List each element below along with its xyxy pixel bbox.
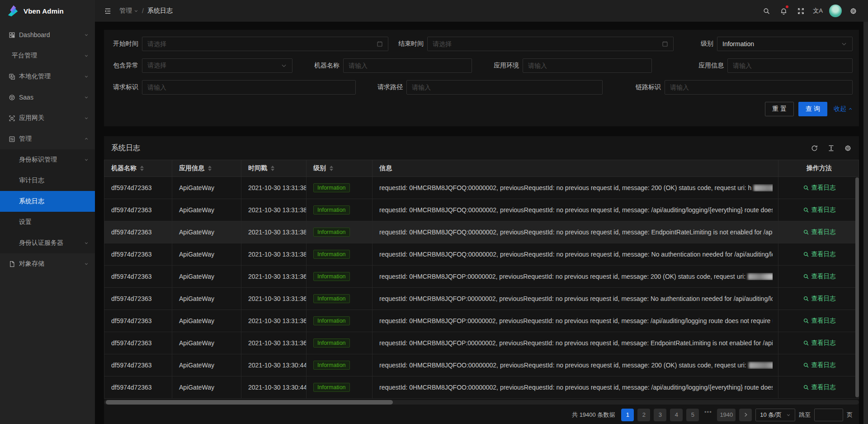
hscroll-track[interactable] xyxy=(104,400,859,405)
table-toolbar xyxy=(811,144,852,152)
page-size-select[interactable]: 10 条/页 xyxy=(755,409,795,421)
app-env-input[interactable] xyxy=(528,62,646,69)
view-log-link[interactable]: 查看日志 xyxy=(803,250,836,258)
trace-id-field[interactable] xyxy=(665,80,853,95)
sort-carets-icon[interactable] xyxy=(330,166,333,171)
page-button-1[interactable]: 1 xyxy=(621,409,634,421)
table-row: df5974d72363ApiGateWay2021-10-30 13:31:3… xyxy=(104,177,859,199)
view-log-link[interactable]: 查看日志 xyxy=(803,295,836,303)
avatar[interactable] xyxy=(829,5,842,17)
start-time-picker[interactable] xyxy=(142,37,388,51)
sidebar-item-storage[interactable]: 对象存储 xyxy=(0,253,95,274)
chevron-down-icon xyxy=(84,33,89,37)
field-label: 应用环境 xyxy=(491,62,519,70)
log-table: 机器名称应用信息时间戳级别信息操作方法 df5974d72363ApiGateW… xyxy=(104,160,859,399)
sidebar-subitem-audit-log[interactable]: 审计日志 xyxy=(0,170,95,191)
app-info-input[interactable] xyxy=(733,62,847,69)
logo[interactable]: Vben Admin xyxy=(0,0,95,22)
sidebar-item-manage[interactable]: 管理 xyxy=(0,129,95,149)
cell-action: 查看日志 xyxy=(778,376,859,399)
column-header-2[interactable]: 应用信息 xyxy=(172,160,241,177)
sort-carets-icon[interactable] xyxy=(208,166,212,171)
view-log-link[interactable]: 查看日志 xyxy=(803,272,836,281)
calendar-icon xyxy=(377,41,383,47)
view-log-link[interactable]: 查看日志 xyxy=(803,317,836,325)
redacted-blur xyxy=(749,362,773,369)
view-log-label: 查看日志 xyxy=(811,272,836,281)
request-path-input[interactable] xyxy=(412,84,597,91)
sort-carets-icon[interactable] xyxy=(140,166,144,171)
level-badge: Information xyxy=(313,183,350,192)
view-log-link[interactable]: 查看日志 xyxy=(803,383,836,391)
search-button[interactable]: 查 询 xyxy=(798,102,827,116)
view-log-link[interactable]: 查看日志 xyxy=(803,228,836,236)
menu-fold-icon[interactable] xyxy=(100,4,115,18)
manage-icon xyxy=(8,135,15,143)
machine-name-input[interactable] xyxy=(349,62,467,69)
sidebar-subitem-system-log[interactable]: 系统日志 xyxy=(0,191,95,212)
view-log-link[interactable]: 查看日志 xyxy=(803,184,836,192)
sidebar-subitem-label: 身份认证服务器 xyxy=(19,239,84,247)
translate-icon[interactable]: 文A xyxy=(809,0,826,22)
log-table-body: df5974d72363ApiGateWay2021-10-30 13:31:3… xyxy=(104,177,859,399)
column-label: 操作方法 xyxy=(807,164,832,172)
horizontal-scrollbar xyxy=(104,400,859,405)
page-button-5[interactable]: 5 xyxy=(686,409,699,421)
reset-button[interactable]: 重 置 xyxy=(765,102,794,116)
app-info-field[interactable] xyxy=(727,58,853,73)
trace-id-input[interactable] xyxy=(670,84,847,91)
vertical-scrollbar[interactable] xyxy=(855,177,859,397)
settings-icon[interactable] xyxy=(844,0,862,22)
request-id-field[interactable] xyxy=(142,80,356,95)
sidebar-item-platform[interactable]: 平台管理 xyxy=(0,45,95,66)
sidebar-item-saas[interactable]: Saas xyxy=(0,87,95,108)
app-env-field[interactable] xyxy=(523,58,652,73)
bell-icon[interactable] xyxy=(775,0,792,22)
hscroll-thumb[interactable] xyxy=(106,400,393,405)
column-settings-icon[interactable] xyxy=(844,144,852,152)
page-button-3[interactable]: 3 xyxy=(654,409,666,421)
column-header-3[interactable]: 时间戳 xyxy=(241,160,307,177)
sidebar-subitem-auth-server[interactable]: 身份认证服务器 xyxy=(0,233,95,253)
include-exception-select[interactable]: 请选择 xyxy=(142,58,292,73)
page-button-4[interactable]: 4 xyxy=(670,409,683,421)
row-height-icon[interactable] xyxy=(827,144,835,152)
level-select[interactable]: Information xyxy=(717,37,853,51)
next-page-button[interactable] xyxy=(739,409,752,421)
view-log-link[interactable]: 查看日志 xyxy=(803,206,836,214)
request-id-input[interactable] xyxy=(147,84,350,91)
table-row: df5974d72363ApiGateWay2021-10-30 13:31:3… xyxy=(104,199,859,221)
sort-carets-icon[interactable] xyxy=(271,166,274,171)
column-header-4[interactable]: 级别 xyxy=(307,160,373,177)
start-time-input[interactable] xyxy=(147,40,373,48)
sidebar-item-gateway[interactable]: 应用网关 xyxy=(0,108,95,129)
column-header-inner: 信息 xyxy=(379,164,773,172)
jump-page-input[interactable] xyxy=(814,409,843,421)
pagination-total: 共 19400 条数据 xyxy=(572,411,615,419)
sidebar-subitem-identity[interactable]: 身份标识管理 xyxy=(0,149,95,170)
sidebar-item-localization[interactable]: 本地化管理 xyxy=(0,66,95,87)
filter-app-env: 应用环境 xyxy=(491,58,652,73)
sidebar-item-dashboard[interactable]: Dashboard xyxy=(0,24,95,45)
refresh-icon[interactable] xyxy=(811,144,818,152)
view-log-link[interactable]: 查看日志 xyxy=(803,361,836,369)
fullscreen-icon[interactable] xyxy=(792,0,809,22)
machine-name-field[interactable] xyxy=(343,58,472,73)
breadcrumb-parent[interactable]: 管理 xyxy=(119,7,138,15)
collapse-link[interactable]: 收起 xyxy=(834,105,853,113)
caret-down-icon xyxy=(330,169,333,171)
table-title: 系统日志 xyxy=(111,143,811,153)
end-time-picker[interactable] xyxy=(427,37,674,51)
cell-action: 查看日志 xyxy=(778,310,859,332)
page-button-2[interactable]: 2 xyxy=(637,409,650,421)
sidebar-subitem-settings[interactable]: 设置 xyxy=(0,212,95,233)
cell-timestamp: 2021-10-30 13:30:44 xyxy=(241,376,307,399)
page-scrollbar[interactable] xyxy=(863,22,868,424)
vscroll-thumb[interactable] xyxy=(855,177,859,397)
view-log-link[interactable]: 查看日志 xyxy=(803,339,836,347)
request-path-field[interactable] xyxy=(406,80,603,95)
column-header-1[interactable]: 机器名称 xyxy=(104,160,172,177)
page-button-1940[interactable]: 1940 xyxy=(717,409,736,421)
search-icon[interactable] xyxy=(758,0,775,22)
end-time-input[interactable] xyxy=(433,40,658,48)
